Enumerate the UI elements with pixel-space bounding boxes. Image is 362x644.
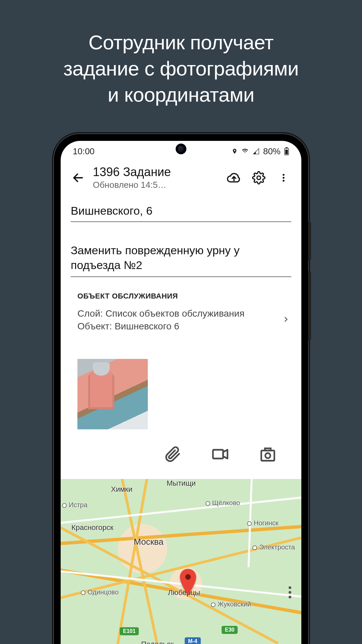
arrow-left-icon bbox=[72, 171, 84, 184]
attachment-actions bbox=[71, 429, 291, 479]
map-city-label: Подольск bbox=[141, 640, 174, 644]
upload-button[interactable] bbox=[223, 168, 245, 188]
map-city-label: Химки bbox=[111, 485, 132, 494]
description-field[interactable]: Заменить поврежденную урну у подъезда №2 bbox=[71, 237, 291, 277]
map-city-label: Москва bbox=[134, 537, 164, 547]
gear-icon bbox=[252, 171, 265, 184]
svg-rect-9 bbox=[213, 450, 223, 459]
dot-icon bbox=[289, 586, 291, 589]
map-road bbox=[109, 479, 149, 644]
promo-line-2: задание с фотографиями bbox=[0, 56, 362, 82]
signal-icon bbox=[252, 148, 260, 155]
map-city-label: Электроста bbox=[252, 543, 295, 551]
map-city-label: Красногорск bbox=[71, 523, 113, 532]
location-icon bbox=[232, 148, 238, 155]
app-bar-titles: 1396 Задание Обновлено 14:5… bbox=[91, 165, 220, 190]
dot-icon bbox=[289, 591, 291, 594]
phone-frame: 10:00 80% 139 bbox=[54, 134, 308, 644]
paperclip-icon bbox=[164, 445, 181, 463]
take-photo-button[interactable] bbox=[259, 445, 277, 464]
svg-point-7 bbox=[283, 177, 285, 179]
map-city-label: Истра bbox=[62, 501, 87, 509]
map-route-shield: M-4 bbox=[185, 637, 201, 644]
object-layer-text: Слой: Список объектов обслуживания bbox=[77, 307, 244, 320]
svg-point-5 bbox=[257, 176, 261, 179]
map-city-label: Одинцово bbox=[81, 588, 119, 596]
attach-file-button[interactable] bbox=[164, 445, 181, 464]
map-city-label: Жуковский bbox=[211, 600, 251, 608]
svg-rect-11 bbox=[261, 450, 275, 461]
wifi-icon bbox=[241, 148, 249, 155]
service-object-label: ОБЪЕКТ ОБСЛУЖИВАНИЯ bbox=[71, 292, 291, 301]
front-camera bbox=[176, 144, 186, 154]
description-value: Заменить поврежденную урну у подъезда №2 bbox=[71, 244, 240, 271]
task-content: Вишневского, 6 Заменить поврежденную урн… bbox=[61, 195, 301, 479]
svg-point-14 bbox=[185, 574, 191, 580]
map-city-label: Мытищи bbox=[167, 479, 196, 488]
map-route-shield: E30 bbox=[222, 626, 238, 634]
app-bar: 1396 Задание Обновлено 14:5… bbox=[61, 162, 301, 195]
status-time: 10:00 bbox=[73, 146, 95, 157]
battery-percent: 80% bbox=[263, 146, 281, 157]
back-button[interactable] bbox=[68, 168, 88, 188]
map-view[interactable]: Химки Мытищи Истра Щёлково Красногорск Н… bbox=[61, 479, 301, 644]
task-updated-label: Обновлено 14:5… bbox=[93, 180, 220, 190]
attachment-thumbnail[interactable] bbox=[77, 359, 148, 429]
phone-side-button-2 bbox=[308, 271, 311, 341]
svg-marker-10 bbox=[223, 450, 228, 459]
svg-rect-2 bbox=[285, 150, 288, 154]
address-value: Вишневского, 6 bbox=[71, 204, 153, 217]
dot-icon bbox=[289, 596, 291, 598]
svg-point-12 bbox=[265, 453, 270, 458]
cloud-upload-icon bbox=[227, 171, 241, 185]
svg-rect-13 bbox=[265, 448, 270, 451]
map-overflow-button[interactable] bbox=[289, 586, 291, 598]
phone-side-button-1 bbox=[308, 221, 311, 261]
promo-line-3: и координатами bbox=[0, 82, 362, 108]
svg-point-6 bbox=[283, 174, 285, 176]
chevron-right-icon bbox=[283, 314, 289, 326]
svg-point-8 bbox=[283, 180, 285, 182]
map-pin-icon bbox=[179, 569, 197, 595]
map-route-shield: E101 bbox=[120, 627, 139, 635]
camera-icon bbox=[259, 445, 277, 463]
video-camera-icon bbox=[211, 445, 230, 463]
map-city-label: Щёлково bbox=[205, 499, 240, 507]
map-city-label: Ногинск bbox=[247, 519, 279, 527]
phone-screen: 10:00 80% 139 bbox=[61, 141, 301, 644]
service-object-row[interactable]: Слой: Список объектов обслуживания Объек… bbox=[71, 301, 291, 333]
battery-icon bbox=[284, 147, 289, 155]
address-field[interactable]: Вишневского, 6 bbox=[71, 199, 291, 222]
object-name-text: Объект: Вишневского 6 bbox=[77, 320, 244, 333]
overflow-menu-button[interactable] bbox=[273, 168, 295, 188]
promo-line-1: Сотрудник получает bbox=[0, 30, 362, 56]
record-video-button[interactable] bbox=[211, 445, 230, 464]
more-vert-icon bbox=[279, 171, 289, 184]
task-title: 1396 Задание bbox=[93, 165, 220, 179]
promo-headline: Сотрудник получает задание с фотографиям… bbox=[0, 30, 362, 108]
settings-button[interactable] bbox=[248, 168, 270, 188]
